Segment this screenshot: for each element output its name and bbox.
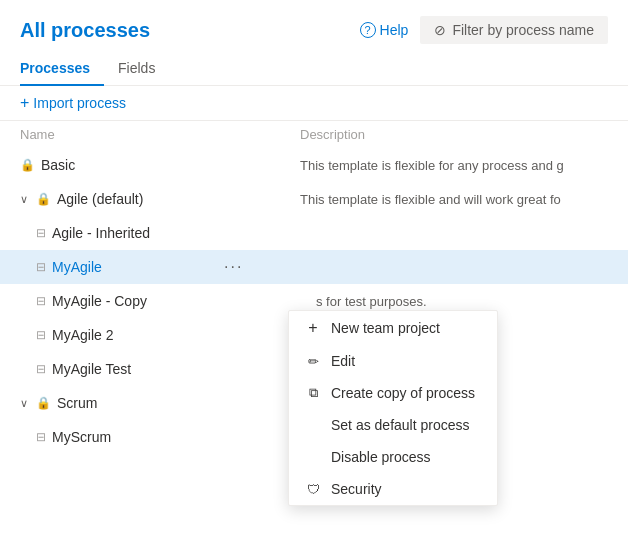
chevron-down-icon[interactable]: ∨ <box>20 397 28 410</box>
menu-item-label: Create copy of process <box>331 385 475 401</box>
toolbar: + Import process <box>0 86 628 121</box>
shield-icon: 🛡 <box>305 482 321 497</box>
row-label: Scrum <box>57 395 97 411</box>
process-icon: ⊟ <box>36 260 46 274</box>
row-label: Basic <box>41 157 75 173</box>
row-label[interactable]: MyAgile <box>52 259 102 275</box>
menu-item-create-copy[interactable]: ⧉ Create copy of process <box>289 377 497 409</box>
row-name-cell: ⊟ MyAgile Test <box>36 361 316 377</box>
tab-processes[interactable]: Processes <box>20 52 104 86</box>
filter-button[interactable]: ⊘ Filter by process name <box>420 16 608 44</box>
lock-icon: 🔒 <box>20 158 35 172</box>
help-label: Help <box>380 22 409 38</box>
row-label: MyAgile Test <box>52 361 131 377</box>
menu-item-label: Set as default process <box>331 417 470 433</box>
tab-fields[interactable]: Fields <box>118 52 169 86</box>
ellipsis-button[interactable]: ··· <box>220 258 247 276</box>
context-menu: + New team project ✏ Edit ⧉ Create copy … <box>288 310 498 506</box>
menu-item-label: New team project <box>331 320 440 336</box>
menu-item-disable[interactable]: Disable process <box>289 441 497 473</box>
row-label: MyAgile 2 <box>52 327 113 343</box>
process-icon: ⊟ <box>36 226 46 240</box>
menu-item-new-team-project[interactable]: + New team project <box>289 311 497 345</box>
edit-icon: ✏ <box>305 354 321 369</box>
row-name-cell: ∨ 🔒 Scrum <box>20 395 300 411</box>
menu-item-label: Security <box>331 481 382 497</box>
lock-icon: 🔒 <box>36 192 51 206</box>
table-row: ∨ 🔒 Agile (default) This template is fle… <box>0 182 628 216</box>
row-name-cell: 🔒 Basic <box>20 157 300 173</box>
tab-bar: Processes Fields <box>0 52 628 86</box>
process-icon: ⊟ <box>36 328 46 342</box>
header-actions: ? Help ⊘ Filter by process name <box>360 16 608 44</box>
col-header-name: Name <box>20 127 300 142</box>
help-button[interactable]: ? Help <box>360 22 409 38</box>
row-name-cell: ⊟ Agile - Inherited <box>36 225 316 241</box>
col-header-desc: Description <box>300 127 608 142</box>
lock-icon: 🔒 <box>36 396 51 410</box>
help-circle-icon: ? <box>360 22 376 38</box>
page-header: All processes ? Help ⊘ Filter by process… <box>0 0 628 52</box>
row-desc-cell: s for test purposes. <box>316 294 608 309</box>
copy-icon: ⧉ <box>305 385 321 401</box>
plus-icon: + <box>305 319 321 337</box>
table-header-row: Name Description <box>0 121 628 148</box>
menu-item-label: Disable process <box>331 449 431 465</box>
menu-item-security[interactable]: 🛡 Security <box>289 473 497 505</box>
import-label: Import process <box>33 95 126 111</box>
row-name-cell: ⊟ MyAgile - Copy <box>36 293 316 309</box>
row-label: Agile - Inherited <box>52 225 150 241</box>
filter-label: Filter by process name <box>452 22 594 38</box>
row-name-cell: ⊟ MyAgile <box>36 259 316 275</box>
table-row: ⊟ MyAgile ··· <box>0 250 628 284</box>
menu-item-set-default[interactable]: Set as default process <box>289 409 497 441</box>
process-icon: ⊟ <box>36 430 46 444</box>
row-label: Agile (default) <box>57 191 143 207</box>
chevron-down-icon[interactable]: ∨ <box>20 193 28 206</box>
menu-item-edit[interactable]: ✏ Edit <box>289 345 497 377</box>
row-name-cell: ⊟ MyAgile 2 <box>36 327 316 343</box>
row-label: MyAgile - Copy <box>52 293 147 309</box>
table-row: ⊟ Agile - Inherited <box>0 216 628 250</box>
import-process-button[interactable]: + Import process <box>20 94 126 112</box>
row-label: MyScrum <box>52 429 111 445</box>
menu-item-label: Edit <box>331 353 355 369</box>
plus-icon: + <box>20 94 29 112</box>
process-icon: ⊟ <box>36 294 46 308</box>
process-icon: ⊟ <box>36 362 46 376</box>
page-title: All processes <box>20 19 150 42</box>
row-name-cell: ∨ 🔒 Agile (default) <box>20 191 300 207</box>
row-desc-cell: This template is flexible and will work … <box>300 192 608 207</box>
table-row: 🔒 Basic This template is flexible for an… <box>0 148 628 182</box>
row-name-cell: ⊟ MyScrum <box>36 429 316 445</box>
row-desc-cell: This template is flexible for any proces… <box>300 158 608 173</box>
filter-icon: ⊘ <box>434 22 446 38</box>
